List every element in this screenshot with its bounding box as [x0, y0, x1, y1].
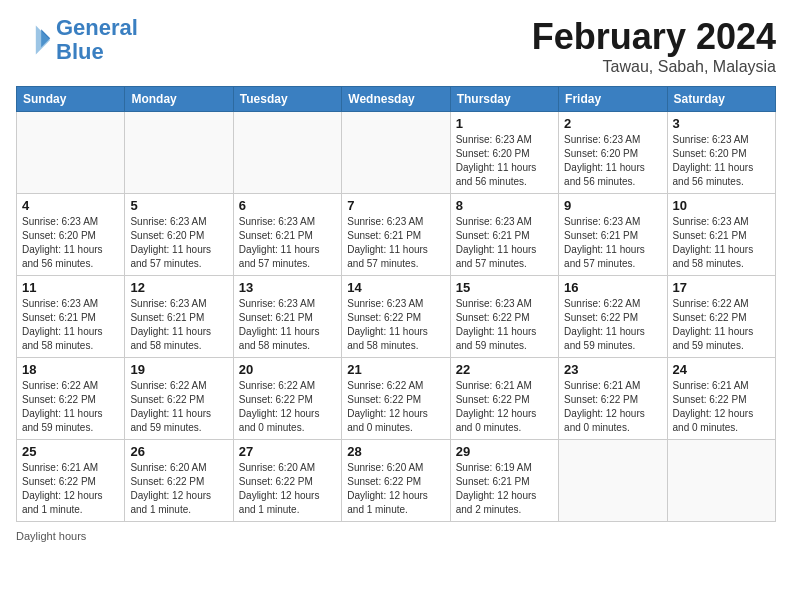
day-number: 16	[564, 280, 661, 295]
day-cell: 27Sunrise: 6:20 AM Sunset: 6:22 PM Dayli…	[233, 440, 341, 522]
day-number: 29	[456, 444, 553, 459]
logo: General Blue	[16, 16, 138, 64]
day-number: 24	[673, 362, 770, 377]
day-number: 25	[22, 444, 119, 459]
day-cell	[559, 440, 667, 522]
day-cell: 7Sunrise: 6:23 AM Sunset: 6:21 PM Daylig…	[342, 194, 450, 276]
day-cell	[342, 112, 450, 194]
day-number: 7	[347, 198, 444, 213]
header-cell-wednesday: Wednesday	[342, 87, 450, 112]
day-info: Sunrise: 6:19 AM Sunset: 6:21 PM Dayligh…	[456, 461, 553, 517]
day-cell: 1Sunrise: 6:23 AM Sunset: 6:20 PM Daylig…	[450, 112, 558, 194]
day-cell: 25Sunrise: 6:21 AM Sunset: 6:22 PM Dayli…	[17, 440, 125, 522]
day-number: 18	[22, 362, 119, 377]
day-number: 12	[130, 280, 227, 295]
day-info: Sunrise: 6:23 AM Sunset: 6:20 PM Dayligh…	[673, 133, 770, 189]
day-info: Sunrise: 6:21 AM Sunset: 6:22 PM Dayligh…	[564, 379, 661, 435]
logo-text: General Blue	[56, 16, 138, 64]
day-info: Sunrise: 6:23 AM Sunset: 6:20 PM Dayligh…	[130, 215, 227, 271]
day-cell: 4Sunrise: 6:23 AM Sunset: 6:20 PM Daylig…	[17, 194, 125, 276]
day-info: Sunrise: 6:22 AM Sunset: 6:22 PM Dayligh…	[564, 297, 661, 353]
header-cell-thursday: Thursday	[450, 87, 558, 112]
day-cell	[17, 112, 125, 194]
day-info: Sunrise: 6:22 AM Sunset: 6:22 PM Dayligh…	[347, 379, 444, 435]
day-info: Sunrise: 6:21 AM Sunset: 6:22 PM Dayligh…	[673, 379, 770, 435]
day-info: Sunrise: 6:20 AM Sunset: 6:22 PM Dayligh…	[239, 461, 336, 517]
week-row-4: 18Sunrise: 6:22 AM Sunset: 6:22 PM Dayli…	[17, 358, 776, 440]
day-cell: 21Sunrise: 6:22 AM Sunset: 6:22 PM Dayli…	[342, 358, 450, 440]
day-number: 26	[130, 444, 227, 459]
day-cell: 2Sunrise: 6:23 AM Sunset: 6:20 PM Daylig…	[559, 112, 667, 194]
day-cell: 26Sunrise: 6:20 AM Sunset: 6:22 PM Dayli…	[125, 440, 233, 522]
logo-line2: Blue	[56, 39, 104, 64]
day-info: Sunrise: 6:22 AM Sunset: 6:22 PM Dayligh…	[239, 379, 336, 435]
week-row-5: 25Sunrise: 6:21 AM Sunset: 6:22 PM Dayli…	[17, 440, 776, 522]
month-title: February 2024	[532, 16, 776, 58]
day-info: Sunrise: 6:21 AM Sunset: 6:22 PM Dayligh…	[22, 461, 119, 517]
title-block: February 2024 Tawau, Sabah, Malaysia	[532, 16, 776, 76]
calendar-body: 1Sunrise: 6:23 AM Sunset: 6:20 PM Daylig…	[17, 112, 776, 522]
header-cell-monday: Monday	[125, 87, 233, 112]
day-cell: 20Sunrise: 6:22 AM Sunset: 6:22 PM Dayli…	[233, 358, 341, 440]
page-header: General Blue February 2024 Tawau, Sabah,…	[16, 16, 776, 76]
day-cell: 22Sunrise: 6:21 AM Sunset: 6:22 PM Dayli…	[450, 358, 558, 440]
day-info: Sunrise: 6:23 AM Sunset: 6:21 PM Dayligh…	[130, 297, 227, 353]
day-info: Sunrise: 6:23 AM Sunset: 6:20 PM Dayligh…	[564, 133, 661, 189]
header-cell-tuesday: Tuesday	[233, 87, 341, 112]
week-row-2: 4Sunrise: 6:23 AM Sunset: 6:20 PM Daylig…	[17, 194, 776, 276]
day-cell	[667, 440, 775, 522]
logo-icon	[16, 22, 52, 58]
day-info: Sunrise: 6:23 AM Sunset: 6:21 PM Dayligh…	[673, 215, 770, 271]
day-cell: 17Sunrise: 6:22 AM Sunset: 6:22 PM Dayli…	[667, 276, 775, 358]
logo-line1: General	[56, 15, 138, 40]
day-info: Sunrise: 6:22 AM Sunset: 6:22 PM Dayligh…	[673, 297, 770, 353]
day-info: Sunrise: 6:21 AM Sunset: 6:22 PM Dayligh…	[456, 379, 553, 435]
day-info: Sunrise: 6:23 AM Sunset: 6:21 PM Dayligh…	[22, 297, 119, 353]
day-info: Sunrise: 6:23 AM Sunset: 6:21 PM Dayligh…	[347, 215, 444, 271]
week-row-1: 1Sunrise: 6:23 AM Sunset: 6:20 PM Daylig…	[17, 112, 776, 194]
day-number: 10	[673, 198, 770, 213]
day-number: 4	[22, 198, 119, 213]
day-info: Sunrise: 6:23 AM Sunset: 6:21 PM Dayligh…	[456, 215, 553, 271]
header-cell-friday: Friday	[559, 87, 667, 112]
day-cell	[125, 112, 233, 194]
calendar-table: SundayMondayTuesdayWednesdayThursdayFrid…	[16, 86, 776, 522]
day-cell: 28Sunrise: 6:20 AM Sunset: 6:22 PM Dayli…	[342, 440, 450, 522]
day-number: 22	[456, 362, 553, 377]
day-number: 3	[673, 116, 770, 131]
day-number: 13	[239, 280, 336, 295]
footer: Daylight hours	[16, 530, 776, 542]
day-info: Sunrise: 6:23 AM Sunset: 6:22 PM Dayligh…	[456, 297, 553, 353]
day-number: 17	[673, 280, 770, 295]
day-cell: 5Sunrise: 6:23 AM Sunset: 6:20 PM Daylig…	[125, 194, 233, 276]
day-info: Sunrise: 6:20 AM Sunset: 6:22 PM Dayligh…	[347, 461, 444, 517]
day-number: 9	[564, 198, 661, 213]
day-cell: 6Sunrise: 6:23 AM Sunset: 6:21 PM Daylig…	[233, 194, 341, 276]
day-cell: 10Sunrise: 6:23 AM Sunset: 6:21 PM Dayli…	[667, 194, 775, 276]
day-cell: 14Sunrise: 6:23 AM Sunset: 6:22 PM Dayli…	[342, 276, 450, 358]
day-info: Sunrise: 6:23 AM Sunset: 6:20 PM Dayligh…	[22, 215, 119, 271]
day-cell	[233, 112, 341, 194]
day-cell: 19Sunrise: 6:22 AM Sunset: 6:22 PM Dayli…	[125, 358, 233, 440]
day-info: Sunrise: 6:20 AM Sunset: 6:22 PM Dayligh…	[130, 461, 227, 517]
header-cell-sunday: Sunday	[17, 87, 125, 112]
location: Tawau, Sabah, Malaysia	[532, 58, 776, 76]
daylight-label: Daylight hours	[16, 530, 86, 542]
week-row-3: 11Sunrise: 6:23 AM Sunset: 6:21 PM Dayli…	[17, 276, 776, 358]
day-info: Sunrise: 6:23 AM Sunset: 6:21 PM Dayligh…	[239, 297, 336, 353]
day-cell: 11Sunrise: 6:23 AM Sunset: 6:21 PM Dayli…	[17, 276, 125, 358]
day-cell: 15Sunrise: 6:23 AM Sunset: 6:22 PM Dayli…	[450, 276, 558, 358]
day-number: 8	[456, 198, 553, 213]
day-cell: 13Sunrise: 6:23 AM Sunset: 6:21 PM Dayli…	[233, 276, 341, 358]
day-cell: 3Sunrise: 6:23 AM Sunset: 6:20 PM Daylig…	[667, 112, 775, 194]
header-cell-saturday: Saturday	[667, 87, 775, 112]
day-number: 14	[347, 280, 444, 295]
day-info: Sunrise: 6:23 AM Sunset: 6:21 PM Dayligh…	[239, 215, 336, 271]
day-cell: 29Sunrise: 6:19 AM Sunset: 6:21 PM Dayli…	[450, 440, 558, 522]
day-cell: 9Sunrise: 6:23 AM Sunset: 6:21 PM Daylig…	[559, 194, 667, 276]
day-cell: 24Sunrise: 6:21 AM Sunset: 6:22 PM Dayli…	[667, 358, 775, 440]
day-number: 6	[239, 198, 336, 213]
day-number: 15	[456, 280, 553, 295]
day-number: 21	[347, 362, 444, 377]
day-number: 27	[239, 444, 336, 459]
